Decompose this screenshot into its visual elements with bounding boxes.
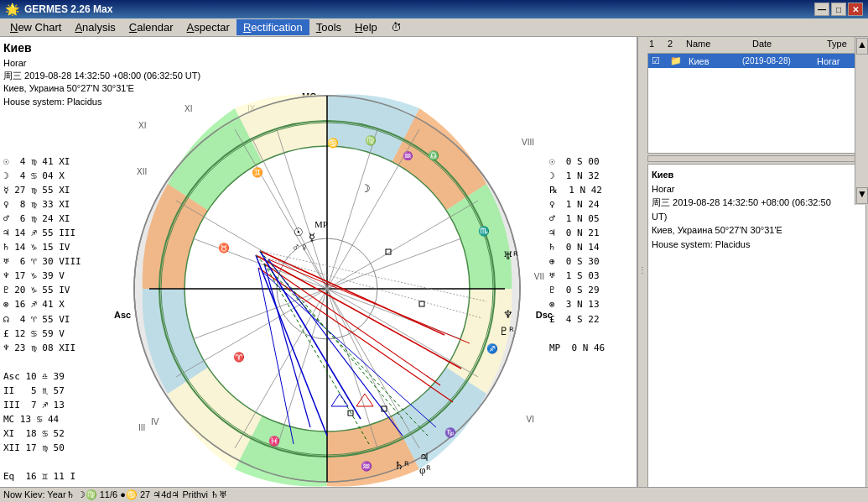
window-title: GERMES 2.26 Max [24,3,112,15]
svg-text:♄ᴿ: ♄ᴿ [394,459,409,472]
svg-text:MP: MP [314,219,328,229]
menu-analysis[interactable]: Analysis [68,19,122,35]
svg-text:♏: ♏ [478,225,490,237]
minimize-button[interactable]: — [814,3,829,16]
info-type: Horar [652,182,862,196]
info-date2: UT) [652,210,862,224]
svg-text:♃: ♃ [419,451,429,463]
info-city: Киев [652,168,862,182]
house3-val: III 7 ♐ 13 [3,398,86,412]
sidebar-grip[interactable]: ⋮ [637,37,646,502]
app-icon: 🌟 [5,3,19,16]
list-scrollbar[interactable] [647,155,866,162]
mc-val: MC 13 ♋ 44 [3,412,86,426]
pos-sun: ☉ 4 ♍ 41 XI [3,154,86,169]
svg-text:♐: ♐ [486,343,498,354]
chart-list[interactable]: ☑ 📁 Киев (2019-08-28) Horar [647,53,866,154]
decl-moon: ☽ 1 N 32 [549,169,633,183]
status-bar: Now Kiev: Year♄ ☽♍ 11/6 ●♋ 27 ♃4d♃ Prith… [0,487,868,502]
decl-venus: ♀ 1 N 24 [549,197,633,212]
window-controls[interactable]: — □ ✕ [814,3,863,16]
svg-text:♂: ♂ [292,241,300,254]
col-date: Date [752,39,824,49]
col-name: Name [686,39,749,49]
decl-sun: ☉ 0 S 00 [549,154,633,169]
house11-val: XI 18 ♋ 52 [3,426,86,441]
info-location: Киев, Украина 50°27'N 30°31'E [652,223,862,238]
decl-mercury: ℞ 1 N 42 [549,183,633,197]
decl-mp: MP 0 N 46 [549,341,633,355]
menu-rectification[interactable]: Rectification [236,19,309,35]
pos-mars: ♂ 6 ♍ 24 XI [3,212,86,226]
chart-date-line: 周三 2019-08-28 14:32:50 +08:00 (06:32:50 … [3,70,200,82]
sidebar-scrollbar[interactable]: ▲ ▼ [855,37,868,205]
menu-timer[interactable]: ⏱ [384,19,408,35]
chart-list-header: 1 2 Name Date Type [646,37,868,51]
svg-text:φᴿ: φᴿ [419,463,431,476]
chart-panel: Киев Horar 周三 2019-08-28 14:32:50 +08:00… [0,37,637,502]
close-button[interactable]: ✕ [848,3,863,16]
pos-chiron: £ 12 ♋ 59 V [3,327,86,341]
pos-mercury: ☿ 27 ♍ 55 XI [3,183,86,197]
maximize-button[interactable]: □ [831,3,846,16]
chart-type: Horar [3,57,200,70]
svg-text:♍: ♍ [365,134,377,146]
decl-pluto: ♇ 0 S 29 [549,283,633,297]
status-text: Now Kiev: Year♄ ☽♍ 11/6 ●♋ 27 ♃4d♃ Prith… [3,489,227,500]
svg-text:♓: ♓ [268,435,280,447]
house12-val: XII 17 ♍ 50 [3,441,86,455]
main-content: Киев Horar 周三 2019-08-28 14:32:50 +08:00… [0,37,868,502]
asc-val: Asc 10 ♎ 39 [3,369,86,384]
chart-city: Киев [3,40,200,57]
chart-svg: ☉ ☿ ♀ ♂ ☽ ♃ ♄ᴿ φᴿ ♅ᴿ [109,83,545,494]
svg-text:☿: ☿ [309,231,315,243]
positions-left: ☉ 4 ♍ 41 XI ☽ 4 ♋ 04 X ☿ 27 ♍ 55 XI ♀ 8 … [3,154,86,502]
title-bar: 🌟 GERMES 2.26 Max — □ ✕ [0,0,868,18]
svg-text:♋: ♋ [327,137,339,149]
decl-node: ⊗ 3 N 13 [549,297,633,311]
decl-neptune: ♅ 1 S 03 [549,269,633,283]
pos-pluto: ♇ 20 ♑ 55 IV [3,283,86,297]
pos-moon: ☽ 4 ♋ 04 X [3,169,86,183]
pos-saturn: ♄ 14 ♑ 15 IV [3,240,86,254]
svg-text:☽: ☽ [361,182,371,195]
row-name: Киев [689,56,739,66]
scrollbar-thumb-down[interactable]: ▼ [856,187,868,204]
svg-text:♒: ♒ [361,460,372,472]
declinations-panel: ☉ 0 S 00 ☽ 1 N 32 ℞ 1 N 42 ♀ 1 N 24 ♂ 1 … [549,154,633,355]
decl-uranus: ⊕ 0 S 30 [549,254,633,269]
row-date: (2019-08-28) [742,56,813,65]
row-folder-icon: 📁 [670,55,685,66]
svg-text:♊: ♊ [252,166,263,178]
svg-text:☉: ☉ [294,226,304,238]
svg-text:♅ᴿ: ♅ᴿ [503,249,518,262]
col-folder: 2 [668,39,683,49]
svg-text:♆: ♆ [503,308,513,321]
chart-info-box: Киев Horar 周三 2019-08-28 14:32:50 +08:00… [647,164,866,500]
pos-other: ♆ 23 ♍ 08 XII [3,341,86,355]
svg-text:♎: ♎ [428,149,439,161]
svg-text:♒: ♒ [403,150,413,161]
decl-mars: ♂ 1 N 05 [549,212,633,226]
decl-saturn: ♄ 0 N 14 [549,240,633,254]
chart-list-row[interactable]: ☑ 📁 Киев (2019-08-28) Horar [648,54,865,68]
right-sidebar: ⋮ 1 2 Name Date Type ☑ 📁 Киев [637,37,868,502]
scrollbar-thumb-up[interactable]: ▲ [856,38,868,55]
pos-uranus: ♅ 6 ♈ 30 VIII [3,254,86,269]
menu-help[interactable]: Help [348,19,384,35]
decl-jupiter: ♃ 0 N 21 [549,226,633,240]
row-checkbox[interactable]: ☑ [652,55,667,66]
svg-text:♑: ♑ [444,426,456,438]
menu-tools[interactable]: Tools [309,19,348,35]
svg-text:♉: ♉ [218,242,230,254]
menu-aspectar[interactable]: Aspectar [180,19,236,35]
pos-node: ⊗ 16 ♐ 41 X [3,297,86,311]
menu-new-chart[interactable]: New Chart [3,19,68,35]
pos-jupiter: ♃ 14 ♐ 55 III [3,226,86,240]
menu-bar: New Chart Analysis Calendar Aspectar Rec… [0,18,868,37]
menu-calendar[interactable]: Calendar [122,19,180,35]
svg-text:♇ᴿ: ♇ᴿ [499,325,514,337]
info-house: House system: Placidus [652,238,862,252]
pos-venus: ♀ 8 ♍ 33 XI [3,197,86,212]
pos-lilith: ☊ 4 ♈ 55 VI [3,312,86,327]
